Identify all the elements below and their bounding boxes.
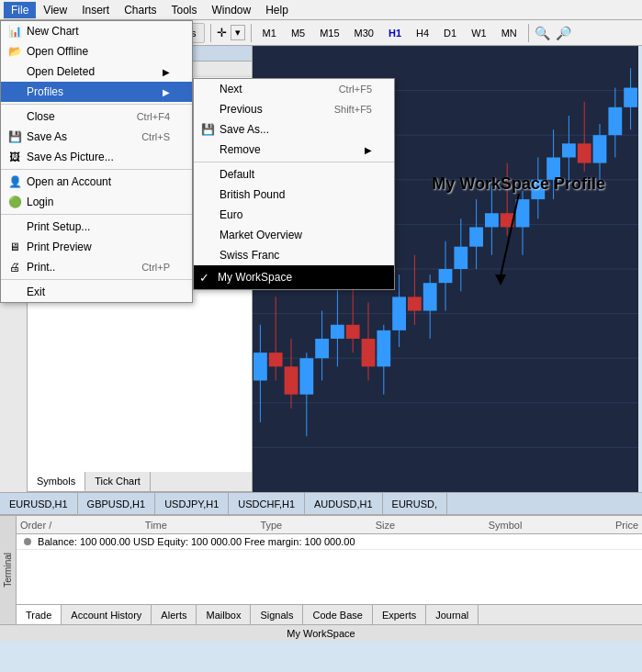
col-order: Order / [20,520,51,531]
profiles-remove[interactable]: Remove ▶ [194,140,394,160]
profiles-euro[interactable]: Euro [194,205,394,225]
tab-experts[interactable]: Experts [373,605,426,624]
profiles-submenu: Next Ctrl+F5 Previous Shift+F5 💾 Save As… [193,78,395,290]
period-d1[interactable]: D1 [438,25,462,41]
workspace-checkmark: ✓ [199,271,209,285]
dropdown-icon[interactable]: ▾ [231,25,245,40]
period-mn[interactable]: MN [496,25,523,41]
terminal-header: Order / Time Type Size Symbol Price [17,516,642,534]
period-w1[interactable]: W1 [466,25,492,41]
profiles-british-pound[interactable]: British Pound [194,185,394,205]
sep4 [1,279,192,280]
chart-tabs-bar: EURUSD,H1 GBPUSD,H1 USDJPY,H1 USDCHF,H1 … [0,492,642,514]
menu-save-picture[interactable]: 🖼 Save As Picture... [1,147,192,167]
profiles-default[interactable]: Default [194,164,394,185]
menu-login[interactable]: 🟢 Login [1,192,192,212]
menu-open-account[interactable]: 👤 Open an Account [1,172,192,192]
terminal-body [17,550,642,604]
menu-new-chart[interactable]: 📊 New Chart [1,21,192,41]
tab-code-base[interactable]: Code Base [303,605,372,624]
menu-insert[interactable]: Insert [74,2,117,18]
period-m15[interactable]: M15 [314,25,344,41]
profiles-my-workspace[interactable]: ✓ My WorkSpace [194,265,394,289]
sep1 [1,104,192,105]
file-dropdown-container: 📊 New Chart 📂 Open Offline Open Deleted … [0,20,193,303]
crosshair-icon: ✛ [217,26,227,39]
menu-print-preview[interactable]: 🖥 Print Preview [1,237,192,257]
separator3 [528,24,529,42]
balance-text: Balance: 100 000.00 USD Equity: 100 000.… [38,536,355,547]
tab-symbols[interactable]: Symbols [28,472,85,491]
chart-tab-gbpusd-h1[interactable]: GBPUSD,H1 [78,493,156,514]
profiles-arrow: ▶ [163,87,170,97]
chart-tab-audusd-h1[interactable]: AUDUSD,H1 [305,493,383,514]
col-price: Price [615,520,638,531]
terminal-balance: Balance: 100 000.00 USD Equity: 100 000.… [17,534,642,550]
chart-tab-usdjpy-h1[interactable]: USDJPY,H1 [155,493,229,514]
terminal-tabs: Trade Account History Alerts Mailbox Sig… [17,604,642,624]
menu-bar: File View Insert Charts Tools Window Hel… [0,0,642,20]
profiles-market-overview[interactable]: Market Overview [194,225,394,245]
remove-arrow: ▶ [365,145,372,155]
menu-exit[interactable]: Exit [1,282,192,302]
tab-account-history[interactable]: Account History [62,605,152,624]
tab-trade[interactable]: Trade [17,605,62,624]
sep3 [1,214,192,215]
panel-tabs: Symbols Tick Chart [28,472,252,492]
zoom-in-icon[interactable]: 🔍 [535,26,550,40]
tab-signals[interactable]: Signals [251,605,303,624]
menu-tools[interactable]: Tools [164,2,205,18]
balance-indicator [24,538,31,545]
col-size: Size [376,520,395,531]
menu-profiles[interactable]: Profiles ▶ [1,82,192,102]
period-h4[interactable]: H4 [411,25,434,41]
terminal-content: Terminal Order / Time Type Size Symbol P… [0,516,642,624]
chart-tab-eurusd-h1[interactable]: EURUSD,H1 [0,493,78,514]
separator [210,24,211,42]
terminal-sidebar: Terminal [0,516,17,624]
menu-help[interactable]: Help [258,2,296,18]
period-m30[interactable]: M30 [349,25,379,41]
submenu-arrow: ▶ [163,67,170,77]
menu-open-deleted[interactable]: Open Deleted ▶ [1,62,192,82]
menu-save-as[interactable]: 💾 Save As Ctrl+S [1,127,192,147]
open-offline-icon: 📂 [6,45,23,58]
status-text: My WorkSpace [287,628,355,639]
terminal: Terminal Order / Time Type Size Symbol P… [0,514,642,624]
new-chart-icon: 📊 [6,25,23,38]
profiles-next[interactable]: Next Ctrl+F5 [194,79,394,99]
profiles-previous[interactable]: Previous Shift+F5 [194,99,394,119]
period-h1[interactable]: H1 [383,25,407,41]
period-m1[interactable]: M1 [257,25,282,41]
chart-tab-usdchf-h1[interactable]: USDCHF,H1 [229,493,305,514]
save-as-icon: 💾 [6,130,23,143]
profiles-save-as[interactable]: 💾 Save As... [194,119,394,140]
zoom-out-icon[interactable]: 🔎 [556,26,571,40]
menu-window[interactable]: Window [205,2,259,18]
menu-file[interactable]: File [4,2,36,18]
menu-close[interactable]: Close Ctrl+F4 [1,106,192,127]
terminal-main: Order / Time Type Size Symbol Price Bala… [17,516,642,624]
account-icon: 👤 [6,175,23,188]
menu-view[interactable]: View [36,2,74,18]
menu-print-setup[interactable]: Print Setup... [1,217,192,237]
tab-journal[interactable]: Journal [426,605,479,624]
terminal-label: Terminal [3,553,13,588]
tab-mailbox[interactable]: Mailbox [197,605,251,624]
col-symbol: Symbol [489,520,523,531]
menu-print[interactable]: 🖨 Print.. Ctrl+P [1,257,192,277]
tab-tick-chart[interactable]: Tick Chart [85,472,151,491]
print-icon: 🖨 [6,261,23,274]
file-dropdown: 📊 New Chart 📂 Open Offline Open Deleted … [0,20,193,303]
profiles-swiss-franc[interactable]: Swiss Franc [194,245,394,265]
chart-tab-eurusd2[interactable]: EURUSD, [383,493,448,514]
col-type: Type [260,520,282,531]
login-icon: 🟢 [6,196,23,208]
period-m5[interactable]: M5 [286,25,310,41]
menu-charts[interactable]: Charts [117,2,163,18]
separator2 [251,24,252,42]
menu-open-offline[interactable]: 📂 Open Offline [1,41,192,62]
picture-icon: 🖼 [6,151,23,163]
tab-alerts[interactable]: Alerts [152,605,197,624]
sep2 [1,169,192,170]
